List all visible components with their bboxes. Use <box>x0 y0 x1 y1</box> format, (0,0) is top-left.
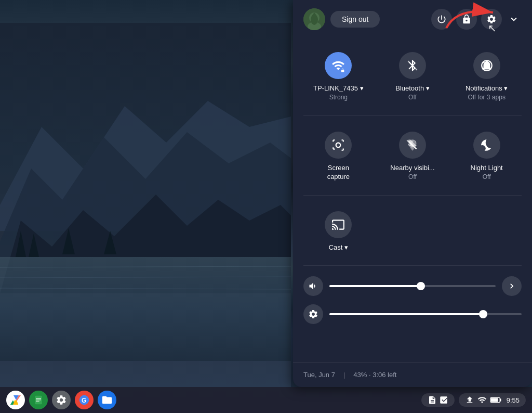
brightness-fill <box>329 313 483 315</box>
quick-tiles-row3: Cast ▾ <box>293 198 532 264</box>
nearby-icon <box>399 132 426 159</box>
taskbar-google-sheets[interactable] <box>29 391 48 409</box>
header-icons <box>431 9 522 30</box>
cast-icon <box>325 211 352 238</box>
bluetooth-tile[interactable]: Bluetooth ▾ Off <box>376 44 450 108</box>
sign-out-button[interactable]: Sign out <box>330 11 380 28</box>
brightness-icon-button[interactable] <box>303 304 323 324</box>
nearby-tile-label: Nearby visibi... Off <box>390 164 434 182</box>
notifications-status: Off for 3 apps <box>468 94 506 101</box>
wifi-name: TP-LINK_7435 ▾ <box>313 84 364 93</box>
divider-3 <box>303 265 522 266</box>
bluetooth-tile-icon <box>399 52 426 79</box>
svg-rect-25 <box>36 401 39 402</box>
nearby-status: Off <box>408 173 417 180</box>
wifi-status: Strong <box>329 94 348 101</box>
avatar[interactable] <box>303 8 325 30</box>
footer-battery: 43% · 3:06 left <box>353 371 396 379</box>
night-light-status: Off <box>483 173 491 180</box>
wifi-tile-label: TP-LINK_7435 ▾ Strong <box>313 84 364 102</box>
wifi-tile-icon <box>325 52 352 79</box>
quick-tiles-row2: Screencapture Nearby visibi... Off <box>293 118 532 193</box>
volume-next-button[interactable] <box>502 276 522 296</box>
screen-capture-tile[interactable]: Screencapture <box>301 123 376 188</box>
footer-divider: | <box>343 371 345 379</box>
taskbar-time: 9:55 <box>507 396 520 404</box>
night-light-name: Night Light <box>471 164 503 173</box>
quick-settings-panel: Sign out <box>293 0 532 387</box>
volume-slider-row <box>303 276 522 296</box>
notifications-tile-icon <box>473 52 500 79</box>
taskbar: G <box>0 387 532 413</box>
notifications-tile[interactable]: Notifications ▾ Off for 3 apps <box>449 44 524 108</box>
screen-capture-label: Screencapture <box>327 164 350 182</box>
divider-1 <box>303 115 522 116</box>
qs-header: Sign out <box>293 0 532 38</box>
brightness-slider-row <box>303 304 522 324</box>
qs-footer: Tue, Jun 7 | 43% · 3:06 left <box>293 362 532 387</box>
quick-tiles-row1: TP-LINK_7435 ▾ Strong Bluetooth ▾ Off <box>293 38 532 113</box>
volume-icon-button[interactable] <box>303 276 323 296</box>
night-light-label: Night Light Off <box>471 164 503 182</box>
taskbar-status-area[interactable]: 9:55 <box>459 393 526 407</box>
taskbar-files[interactable] <box>98 391 116 409</box>
volume-thumb[interactable] <box>417 282 425 290</box>
cast-tile[interactable]: Cast ▾ <box>301 203 376 259</box>
screen-capture-name: Screencapture <box>327 164 350 182</box>
svg-rect-4 <box>0 257 291 361</box>
svg-rect-29 <box>491 398 498 402</box>
sliders-section <box>293 268 532 332</box>
collapse-button[interactable] <box>506 14 522 25</box>
screen-capture-icon <box>325 132 352 159</box>
cast-tile-label: Cast ▾ <box>329 243 348 252</box>
footer-date: Tue, Jun 7 <box>303 371 335 379</box>
brightness-thumb[interactable] <box>479 310 487 318</box>
taskbar-window-controls[interactable] <box>421 393 455 407</box>
wifi-tile[interactable]: TP-LINK_7435 ▾ Strong <box>301 44 376 108</box>
night-light-tile[interactable]: Night Light Off <box>449 123 524 188</box>
notifications-name: Notifications ▾ <box>466 84 508 93</box>
nearby-tile[interactable]: Nearby visibi... Off <box>376 123 450 188</box>
divider-2 <box>303 195 522 196</box>
nearby-name: Nearby visibi... <box>390 164 434 173</box>
notifications-tile-label: Notifications ▾ Off for 3 apps <box>466 84 508 102</box>
bluetooth-tile-label: Bluetooth ▾ Off <box>395 84 430 102</box>
bluetooth-name: Bluetooth ▾ <box>395 84 430 93</box>
settings-button[interactable] <box>481 9 502 30</box>
taskbar-google-drive[interactable] <box>6 391 25 409</box>
brightness-track[interactable] <box>329 313 522 315</box>
taskbar-apps: G <box>6 391 116 409</box>
svg-text:G: G <box>82 397 86 404</box>
bluetooth-status: Off <box>408 94 417 101</box>
svg-rect-23 <box>36 398 41 399</box>
lock-button[interactable] <box>456 9 477 30</box>
power-button[interactable] <box>431 9 452 30</box>
taskbar-google[interactable]: G <box>75 391 94 409</box>
night-light-icon <box>473 132 500 159</box>
volume-track[interactable] <box>329 285 496 287</box>
taskbar-settings[interactable] <box>52 391 71 409</box>
svg-rect-24 <box>36 399 41 400</box>
taskbar-right: 9:55 <box>421 393 526 407</box>
svg-rect-28 <box>500 398 501 402</box>
volume-fill <box>329 285 421 287</box>
cast-name: Cast ▾ <box>329 243 348 252</box>
